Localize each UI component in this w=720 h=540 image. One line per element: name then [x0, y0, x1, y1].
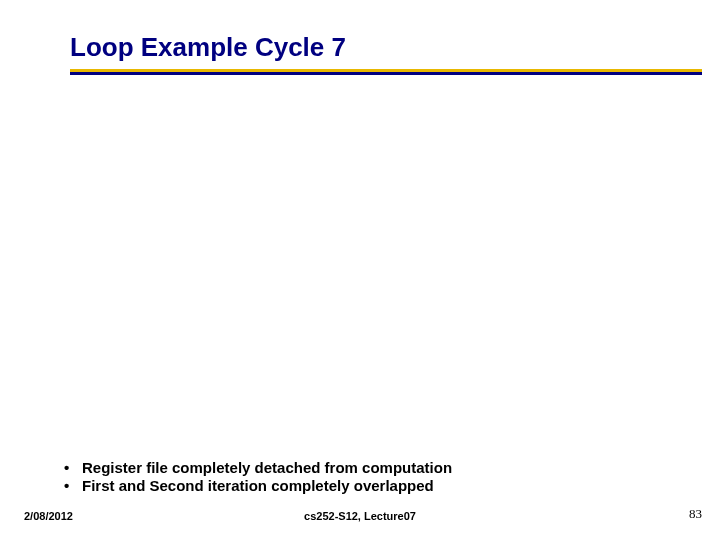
bullet-item-1: • Register file completely detached from… [64, 459, 452, 478]
title-area: Loop Example Cycle 7 [70, 32, 690, 75]
footer: 2/08/2012 cs252-S12, Lecture07 83 [0, 502, 720, 522]
bullet-marker: • [64, 477, 74, 496]
bullet-marker: • [64, 459, 74, 478]
bullet-text-2: First and Second iteration completely ov… [82, 477, 434, 496]
bullet-item-2: • First and Second iteration completely … [64, 477, 452, 496]
slide-title: Loop Example Cycle 7 [70, 32, 690, 69]
footer-center: cs252-S12, Lecture07 [304, 510, 416, 522]
title-underline [70, 69, 702, 75]
bullet-text-1: Register file completely detached from c… [82, 459, 452, 478]
bullet-list: • Register file completely detached from… [64, 459, 452, 497]
footer-date: 2/08/2012 [24, 510, 73, 522]
title-underline-navy [70, 72, 702, 75]
footer-page-number: 83 [689, 506, 702, 522]
